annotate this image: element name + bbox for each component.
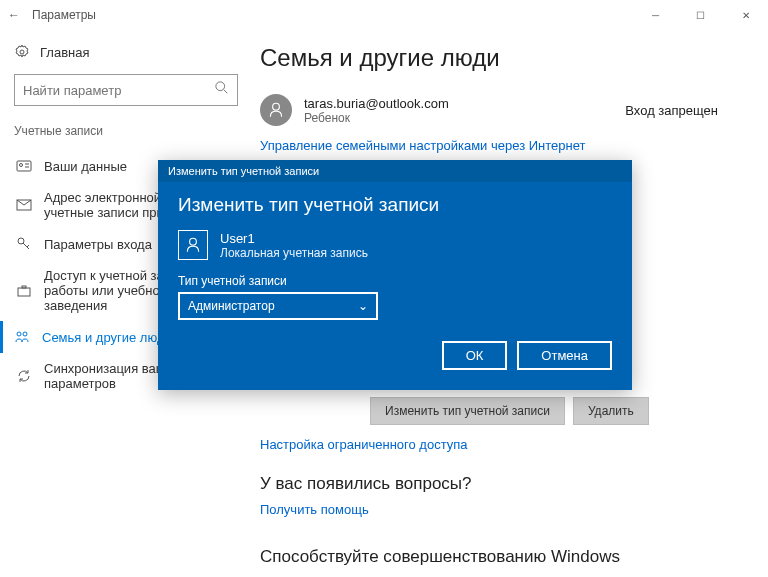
search-field[interactable] [23, 83, 203, 98]
dialog-user-sub: Локальная учетная запись [220, 246, 368, 260]
gear-icon [14, 44, 30, 60]
chevron-down-icon: ⌄ [358, 299, 368, 313]
titlebar: ← Параметры ─ ☐ ✕ [0, 0, 768, 30]
key-icon [16, 236, 32, 252]
dialog-user-row: User1 Локальная учетная запись [178, 230, 612, 260]
back-icon[interactable]: ← [8, 8, 20, 22]
dialog-titlebar: Изменить тип учетной записи [158, 160, 632, 182]
questions-heading: У вас появились вопросы? [260, 474, 748, 494]
mail-icon [16, 197, 32, 213]
svg-point-0 [216, 82, 225, 91]
window-title: Параметры [32, 8, 96, 22]
dialog-user-name: User1 [220, 231, 368, 246]
user-email: taras.buria@outlook.com [304, 96, 449, 111]
svg-line-9 [27, 245, 29, 247]
window-controls: ─ ☐ ✕ [633, 0, 768, 30]
cancel-button[interactable]: Отмена [517, 341, 612, 370]
avatar-icon [260, 94, 292, 126]
svg-rect-2 [17, 161, 31, 171]
svg-point-13 [23, 332, 27, 336]
minimize-icon[interactable]: ─ [633, 0, 678, 30]
select-value: Администратор [188, 299, 275, 313]
svg-rect-11 [22, 286, 26, 288]
svg-point-12 [17, 332, 21, 336]
improve-heading: Способствуйте совершенствованию Windows [260, 547, 748, 567]
sidebar-item-label: Параметры входа [44, 237, 152, 252]
avatar-icon [178, 230, 208, 260]
close-icon[interactable]: ✕ [723, 0, 768, 30]
account-type-select[interactable]: Администратор ⌄ [178, 292, 378, 320]
restricted-access-link[interactable]: Настройка ограниченного доступа [260, 437, 468, 452]
person-card-icon [16, 158, 32, 174]
manage-family-link[interactable]: Управление семейными настройками через И… [260, 138, 585, 153]
page-title: Семья и другие люди [260, 44, 748, 72]
svg-point-3 [20, 164, 23, 167]
user-status: Вход запрещен [625, 103, 718, 118]
change-account-type-dialog: Изменить тип учетной записи Изменить тип… [158, 160, 632, 390]
account-type-label: Тип учетной записи [178, 274, 612, 288]
people-icon [14, 329, 30, 345]
sync-icon [16, 368, 32, 384]
svg-point-14 [273, 103, 280, 110]
help-link[interactable]: Получить помощь [260, 502, 369, 517]
dialog-heading: Изменить тип учетной записи [178, 194, 612, 216]
user-role: Ребенок [304, 111, 449, 125]
home-link[interactable]: Главная [14, 44, 238, 60]
section-header: Учетные записи [14, 124, 238, 138]
briefcase-icon [16, 283, 32, 299]
sidebar-item-label: Семья и другие люди [42, 330, 172, 345]
search-input[interactable] [14, 74, 238, 106]
ok-button[interactable]: ОК [442, 341, 508, 370]
change-type-button[interactable]: Изменить тип учетной записи [370, 397, 565, 425]
svg-rect-10 [18, 288, 30, 296]
maximize-icon[interactable]: ☐ [678, 0, 723, 30]
delete-button[interactable]: Удалить [573, 397, 649, 425]
family-user-row[interactable]: taras.buria@outlook.com Ребенок Вход зап… [260, 94, 748, 126]
svg-point-15 [190, 238, 197, 245]
svg-line-1 [224, 90, 228, 94]
home-label: Главная [40, 45, 89, 60]
sidebar-item-label: Ваши данные [44, 159, 127, 174]
search-icon [215, 81, 229, 99]
